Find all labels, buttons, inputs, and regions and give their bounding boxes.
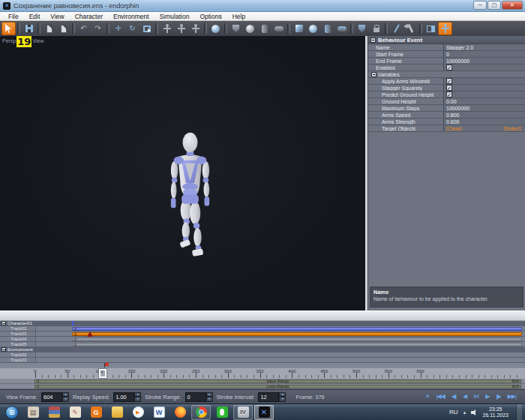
timeline-row[interactable]: Track05 0: [0, 342, 525, 347]
taskbar-winrar-icon[interactable]: [44, 405, 64, 420]
toolbar-separator[interactable]: [419, 23, 422, 34]
timeline-row[interactable]: Track02 0: [0, 326, 525, 332]
checkbox[interactable]: ✓: [446, 92, 452, 98]
track-name[interactable]: Track03: [0, 332, 36, 336]
track-lane[interactable]: 0: [36, 326, 525, 331]
toolbar-separator[interactable]: [38, 23, 40, 34]
head-tool[interactable]: [208, 22, 223, 35]
playhead-bracket[interactable]: [99, 369, 106, 378]
stop-button[interactable]: ✕: [425, 394, 430, 400]
property-row[interactable]: End Frame 10000000: [368, 58, 525, 64]
property-value[interactable]: [Clear] [Select]: [443, 125, 525, 131]
toolbar-separator[interactable]: [350, 23, 353, 34]
track-lane[interactable]: [36, 358, 525, 362]
behaviour-event-header[interactable]: Behaviour Event: [368, 36, 525, 44]
track-lane[interactable]: [36, 347, 525, 352]
track-lane[interactable]: 0: [36, 342, 525, 346]
drag-tool[interactable]: [140, 22, 154, 35]
lock-tool[interactable]: [369, 22, 383, 35]
menu-item[interactable]: Edit: [24, 12, 46, 21]
property-value[interactable]: [443, 71, 525, 77]
character-model[interactable]: [154, 128, 226, 270]
pen-tool[interactable]: [389, 22, 404, 35]
taskbar-explorer-icon[interactable]: [107, 405, 127, 420]
event-marker-icon[interactable]: [87, 332, 93, 337]
sphere-primitive-tool[interactable]: [243, 22, 257, 35]
property-value[interactable]: 10000000: [443, 58, 525, 64]
property-row[interactable]: Ground Height 0.00: [368, 98, 525, 105]
taskbar-green-app-icon[interactable]: [212, 405, 232, 420]
select-tool[interactable]: [2, 22, 16, 35]
track-event-bar[interactable]: 0: [72, 332, 522, 336]
spin-down-icon[interactable]: ▼: [134, 397, 141, 402]
property-row[interactable]: Start Frame 0: [368, 51, 525, 58]
menu-item[interactable]: Environment: [108, 12, 154, 21]
track-name[interactable]: Track02: [0, 352, 36, 357]
toolbar-separator[interactable]: [287, 23, 290, 34]
track-event-bar[interactable]: 0: [72, 327, 522, 331]
property-value[interactable]: 0.00: [443, 98, 525, 104]
menu-item[interactable]: Simulation: [154, 12, 195, 21]
property-row[interactable]: Arms Strength 0.600: [368, 118, 525, 125]
property-value[interactable]: ✓: [443, 92, 525, 98]
translate-tool[interactable]: ✛: [111, 22, 125, 35]
property-value[interactable]: Stagger 2.0: [443, 44, 525, 50]
property-row[interactable]: Arms Speed 0.800: [368, 112, 525, 118]
minimize-button[interactable]: ─: [473, 1, 487, 10]
view-frame-value[interactable]: 604: [41, 392, 62, 402]
toolbar-separator[interactable]: [204, 23, 207, 34]
menu-item[interactable]: Options: [194, 12, 226, 21]
save-range-bar[interactable]: 0 Save Range 604: [34, 380, 521, 383]
show-desktop-button[interactable]: [516, 404, 522, 420]
toolbar-separator[interactable]: [72, 23, 75, 34]
strobe-range-spinner[interactable]: 0 ▲▼: [185, 392, 213, 402]
language-indicator[interactable]: RU: [449, 409, 458, 416]
collapse-icon[interactable]: [370, 38, 376, 43]
play-button[interactable]: ▶: [485, 394, 489, 400]
shield-check-tool[interactable]: [355, 22, 369, 35]
undo-button[interactable]: ↶: [76, 22, 91, 35]
track-event-bar[interactable]: 0: [72, 338, 522, 341]
save-button[interactable]: [22, 22, 36, 35]
track-name[interactable]: Track05: [0, 342, 36, 346]
toolbar-separator[interactable]: [385, 23, 388, 34]
taskbar-endorphin-icon[interactable]: ✕: [254, 405, 274, 420]
taskbar-fax-icon[interactable]: ▤: [23, 405, 43, 420]
property-value[interactable]: 0: [443, 51, 525, 57]
redo-button[interactable]: ↷: [91, 22, 105, 35]
go-to-end-button[interactable]: ▶▶|: [508, 394, 516, 400]
toolbar-separator[interactable]: [224, 23, 227, 34]
taskbar-firefox-icon[interactable]: [170, 405, 190, 420]
volume-icon[interactable]: [471, 409, 478, 416]
axe-tool[interactable]: [404, 22, 418, 35]
timeline-ruler[interactable]: 050100150200250300350400450500550600: [0, 368, 525, 379]
property-value[interactable]: 10000000: [443, 105, 525, 111]
layout-tool[interactable]: [424, 22, 438, 35]
property-row[interactable]: Stagger Squarely ✓: [368, 85, 525, 92]
shield-primitive-tool[interactable]: [229, 22, 243, 35]
toolbar-separator[interactable]: [106, 23, 110, 34]
taskbar-media-player-icon[interactable]: ▶: [128, 405, 148, 420]
track-name[interactable]: Track02: [0, 326, 36, 331]
go-to-start-button[interactable]: |◀◀: [436, 394, 444, 400]
timeline-row[interactable]: Track04 0: [0, 337, 525, 342]
timeline-row[interactable]: Character01: [0, 321, 525, 326]
cylinder-primitive-tool[interactable]: [257, 22, 272, 35]
view-frame-spinner[interactable]: 604 ▲▼: [41, 392, 69, 402]
capsule-primitive-tool[interactable]: [272, 22, 286, 35]
strobe-interval-value[interactable]: 12: [258, 392, 279, 402]
replay-speed-value[interactable]: 1.00: [113, 392, 134, 402]
toolbar-separator[interactable]: [155, 23, 158, 34]
spin-down-icon[interactable]: ▼: [62, 397, 69, 402]
collapse-icon[interactable]: [371, 72, 376, 77]
timeline-row[interactable]: Environment: [0, 347, 525, 352]
property-value[interactable]: ✓: [443, 78, 525, 84]
track-lane[interactable]: [36, 352, 525, 357]
property-row[interactable]: Predict Ground Height ✓: [368, 92, 525, 98]
loop-range-bar[interactable]: 0 Loop Range 604: [34, 385, 521, 388]
track-name[interactable]: Track03: [0, 358, 36, 362]
maximize-button[interactable]: ▢: [488, 1, 501, 10]
property-value[interactable]: ✓: [443, 85, 525, 91]
checkbox[interactable]: ✓: [446, 78, 452, 84]
timeline-row[interactable]: Track02: [0, 352, 525, 358]
